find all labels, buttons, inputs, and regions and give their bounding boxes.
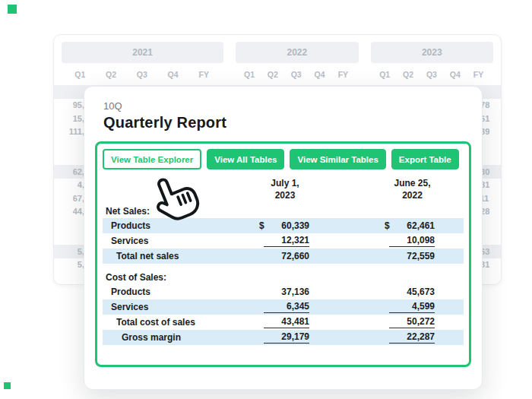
cell-prior-period: 72,559 (380, 251, 464, 262)
bg-row-left-value: 111, (57, 127, 84, 136)
financial-table-row: Products 37,136 45,673 (103, 284, 464, 299)
financial-table-row: Services 6,345 4,599 (103, 299, 464, 315)
bg-row-left-value: 4, (57, 180, 84, 189)
cell-prior-period: $ 62,461 (380, 220, 464, 232)
row-label: Gross margin (103, 332, 255, 343)
cell-current-period: 12,321 (255, 235, 380, 247)
value-prior-period: 62,461 (390, 220, 435, 232)
bg-quarter-label: Q4 (308, 70, 331, 79)
value-current-period: 37,136 (264, 287, 309, 298)
cell-prior-period: 50,272 (380, 316, 464, 328)
value-current-period (264, 211, 309, 212)
cell-current-period: $ 60,339 (255, 220, 380, 232)
bg-quarter-label: Q2 (96, 70, 127, 79)
value-current-period (264, 277, 309, 278)
view-similar-tables-button[interactable]: View Similar Tables (290, 149, 385, 169)
bg-quarter-label: FY (188, 70, 220, 79)
value-prior-period (389, 211, 435, 212)
value-current-period: 72,660 (264, 251, 309, 262)
page-title: Quarterly Report (103, 114, 471, 131)
bg-row-left-value: 95, (57, 100, 84, 109)
bg-year-header: 2022 (236, 42, 358, 63)
bg-year-header: 2021 (62, 42, 223, 63)
export-table-button[interactable]: Export Table (391, 149, 459, 169)
row-label: Total net sales (103, 251, 255, 261)
dollar-sign: $ (259, 220, 264, 231)
cell-current-period (255, 277, 380, 278)
bg-quarter-group: Q1Q2Q3Q4FY (62, 63, 223, 84)
document-type-label: 10Q (103, 100, 471, 112)
cell-prior-period (380, 277, 464, 278)
row-label: Services (103, 236, 255, 246)
cell-prior-period: 45,673 (380, 287, 464, 298)
value-prior-period: 45,673 (389, 287, 435, 298)
financial-table-body: Net Sales: Products $ 60,339 $ 62,461 Se… (103, 204, 464, 345)
value-current-period: 29,179 (264, 331, 309, 344)
bg-quarter-group: Q1Q2Q3Q4FY (235, 63, 358, 84)
financial-table-row: Services 12,321 10,098 (103, 233, 464, 249)
row-label: Services (103, 302, 255, 312)
bg-quarter-label: Q4 (443, 70, 467, 79)
table-panel: View Table Explorer View All Tables View… (95, 141, 471, 367)
value-prior-period: 72,559 (389, 251, 435, 262)
value-prior-period: 50,272 (389, 316, 435, 328)
value-current-period: 12,321 (264, 235, 309, 247)
cell-prior-period: 4,599 (380, 301, 464, 313)
bg-year-header: 2023 (371, 42, 493, 63)
bg-quarter-row: Q1Q2Q3Q4FYQ1Q2Q3Q4FYQ1Q2Q3Q4FY (62, 63, 493, 84)
cell-prior-period: 10,098 (380, 235, 464, 247)
row-label: Total cost of sales (103, 317, 255, 328)
financial-table-row: Cost of Sales: (103, 271, 464, 284)
cell-prior-period: 22,287 (380, 331, 464, 344)
quarterly-report-modal: 10Q Quarterly Report View Table Explorer… (84, 86, 483, 390)
cell-current-period: 37,136 (255, 287, 380, 298)
cell-current-period: 43,481 (255, 316, 380, 328)
bg-quarter-label: Q1 (373, 70, 397, 79)
bg-row-left-value: 62, (57, 167, 84, 176)
value-prior-period: 22,287 (389, 331, 435, 344)
value-prior-period: 10,098 (389, 235, 435, 247)
bg-quarter-label: Q1 (65, 70, 96, 79)
bg-row-left-value: 5, (57, 247, 84, 256)
column-header-line: July 1, (271, 178, 299, 188)
column-header-line: 2022 (402, 190, 423, 201)
corner-marker-top-left (8, 5, 17, 14)
bg-quarter-label: Q3 (126, 70, 157, 79)
cell-current-period (255, 211, 380, 212)
column-header-current-period: July 1, 2023 (255, 178, 380, 201)
column-header-prior-period: June 25, 2022 (380, 178, 464, 201)
bg-quarter-label: FY (331, 70, 355, 79)
dollar-sign: $ (385, 220, 390, 231)
row-label: Cost of Sales: (103, 272, 255, 283)
bg-row-left-value: 67, (57, 194, 84, 203)
cell-current-period: 72,660 (255, 251, 380, 262)
bg-row-left-value: 44, (57, 207, 84, 216)
value-prior-period (389, 277, 435, 278)
value-current-period: 6,345 (264, 301, 309, 313)
table-actions-toolbar: View Table Explorer View All Tables View… (103, 149, 464, 169)
bg-quarter-label: Q1 (238, 70, 261, 79)
bg-quarter-label: Q2 (397, 70, 420, 79)
bg-row-left-value: 5, (57, 260, 84, 269)
financial-table-row: Total cost of sales 43,481 50,272 (103, 315, 464, 330)
bg-row-left-value: 15, (57, 114, 84, 123)
value-prior-period: 4,599 (389, 301, 435, 313)
financial-table-row: Gross margin 29,179 22,287 (103, 330, 464, 345)
value-current-period: 60,339 (264, 220, 309, 232)
value-current-period: 43,481 (264, 316, 309, 328)
bg-quarter-label: FY (467, 70, 490, 79)
cell-current-period: 6,345 (255, 301, 380, 313)
view-all-tables-button[interactable]: View All Tables (207, 149, 284, 169)
column-header-line: 2023 (275, 190, 296, 201)
financial-table-row: Total net sales 72,660 72,559 (103, 249, 464, 264)
bg-year-row: 202120222023 (62, 42, 493, 63)
bg-quarter-label: Q4 (157, 70, 188, 79)
bg-quarter-label: Q3 (284, 70, 308, 79)
column-header-line: June 25, (394, 178, 430, 188)
bg-quarter-group: Q1Q2Q3Q4FY (370, 63, 493, 84)
cell-prior-period (380, 211, 464, 212)
corner-marker-bottom-left (4, 382, 11, 389)
bg-quarter-label: Q2 (261, 70, 284, 79)
row-label: Products (103, 287, 255, 297)
cell-current-period: 29,179 (255, 331, 380, 344)
